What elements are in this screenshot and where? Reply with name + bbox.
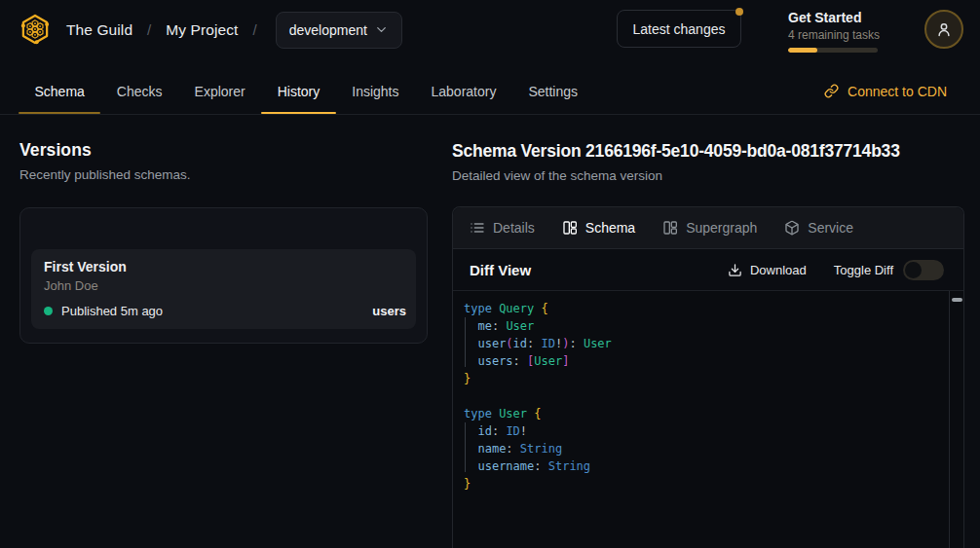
- diff-view-title: Diff View: [470, 262, 531, 278]
- nav-tab-label: History: [278, 84, 320, 99]
- published-status-dot: [44, 307, 53, 315]
- notification-dot: [735, 8, 743, 16]
- version-detail-card: DetailsSchemaSupergraphService Diff View…: [452, 206, 964, 548]
- nav-tabs: SchemaChecksExplorerHistoryInsightsLabor…: [19, 68, 594, 114]
- app-window: The Guild / My Project / development Lat…: [0, 0, 980, 548]
- version-service-name: users: [372, 304, 406, 318]
- indent-guide: [465, 317, 466, 367]
- breadcrumb: The Guild / My Project / development: [66, 0, 402, 59]
- nav-tab-label: Explorer: [195, 84, 245, 99]
- code-line: }: [464, 370, 944, 387]
- nav-tab-laboratory[interactable]: Laboratory: [415, 68, 512, 114]
- download-icon: [728, 263, 742, 277]
- code-line: user(id: ID!): User: [464, 335, 944, 352]
- versions-list: First VersionJohn DoePublished 5m agouse…: [31, 249, 416, 329]
- top-header: The Guild / My Project / development Lat…: [0, 0, 980, 59]
- target-select-value: development: [289, 22, 367, 38]
- code-scrollbar[interactable]: [949, 291, 963, 548]
- version-detail-subtitle: Detailed view of the schema version: [452, 168, 964, 183]
- link-icon: [824, 84, 839, 98]
- person-icon: [935, 20, 953, 38]
- detail-tab-label: Schema: [585, 220, 635, 236]
- code-line: name: String: [464, 440, 944, 457]
- versions-list-card: First VersionJohn DoePublished 5m agouse…: [19, 207, 428, 344]
- detail-tab-label: Details: [493, 220, 535, 236]
- target-select[interactable]: development: [276, 12, 402, 49]
- versions-subtitle: Recently published schemas.: [19, 167, 428, 182]
- latest-changes-button[interactable]: Latest changes: [617, 10, 741, 48]
- detail-tab-supergraph[interactable]: Supergraph: [662, 220, 757, 236]
- versions-panel: Versions Recently published schemas. Fir…: [19, 115, 428, 344]
- nav-tab-underline: [261, 112, 336, 115]
- switch-knob: [905, 262, 922, 278]
- nav-tab-schema[interactable]: Schema: [19, 68, 100, 114]
- toggle-diff-switch[interactable]: [903, 260, 944, 280]
- code-line: username: String: [464, 457, 944, 475]
- list-icon: [470, 220, 485, 236]
- nav-tab-label: Insights: [352, 84, 398, 99]
- code-line: me: User: [464, 317, 944, 335]
- connect-to-cdn-label: Connect to CDN: [848, 84, 947, 99]
- code-line: id: ID!: [464, 422, 944, 440]
- detail-tab-label: Supergraph: [686, 220, 757, 236]
- detail-tab-label: Service: [808, 220, 853, 236]
- diff-view-actions: Download Toggle Diff: [728, 260, 944, 280]
- package-icon: [784, 220, 800, 236]
- version-detail-tabs: DetailsSchemaSupergraphService: [453, 207, 963, 249]
- nav-tab-checks[interactable]: Checks: [100, 68, 178, 114]
- version-author: John Doe: [44, 278, 406, 293]
- panels-icon: [562, 220, 578, 236]
- version-list-item[interactable]: First VersionJohn DoePublished 5m agouse…: [31, 249, 416, 329]
- breadcrumb-org[interactable]: The Guild: [66, 21, 132, 39]
- toggle-diff-label: Toggle Diff: [834, 263, 893, 277]
- code-line: }: [464, 475, 944, 493]
- schema-code-viewer[interactable]: type Query { me: User user(id: ID!): Use…: [453, 291, 963, 548]
- get-started-title: Get Started: [788, 10, 878, 25]
- user-avatar-button[interactable]: [924, 10, 963, 49]
- nav-tab-explorer[interactable]: Explorer: [178, 68, 261, 114]
- code-line: [464, 387, 944, 405]
- download-label: Download: [750, 263, 807, 277]
- version-detail-panel: Schema Version 2166196f-5e10-4059-bd0a-0…: [452, 115, 964, 548]
- nav-tab-label: Schema: [35, 84, 85, 99]
- project-nav: SchemaChecksExplorerHistoryInsightsLabor…: [0, 59, 980, 115]
- version-name: First Version: [44, 259, 406, 275]
- nav-tab-label: Checks: [117, 84, 163, 99]
- download-button[interactable]: Download: [728, 263, 807, 277]
- chevron-down-icon: [374, 22, 389, 37]
- code-lines: type Query { me: User user(id: ID!): Use…: [464, 300, 944, 493]
- version-detail-title: Schema Version 2166196f-5e10-4059-bd0a-0…: [452, 141, 964, 162]
- detail-tab-schema[interactable]: Schema: [562, 220, 635, 236]
- version-status-text: Published 5m ago: [61, 304, 163, 318]
- get-started-progressbar: [788, 48, 878, 53]
- nav-tab-label: Laboratory: [432, 84, 497, 99]
- panels-icon: [662, 220, 678, 236]
- indent-guide: [465, 422, 466, 472]
- nav-tab-underline: [19, 112, 100, 115]
- detail-tab-details[interactable]: Details: [470, 220, 535, 236]
- nav-tab-label: Settings: [528, 84, 578, 99]
- code-line: type Query {: [464, 300, 944, 317]
- breadcrumb-separator: /: [147, 21, 151, 38]
- detail-tab-service[interactable]: Service: [784, 220, 853, 236]
- nav-tab-settings[interactable]: Settings: [512, 68, 594, 114]
- guild-hive-logo[interactable]: [19, 13, 52, 46]
- version-status-row: Published 5m agousers: [44, 304, 406, 318]
- nav-tab-insights[interactable]: Insights: [336, 68, 415, 114]
- diff-view-toolbar: Diff View Download Toggle Diff: [453, 249, 963, 291]
- code-line: type User {: [464, 405, 944, 422]
- code-line: users: [User]: [464, 352, 944, 370]
- get-started-progress-fill: [788, 48, 817, 53]
- get-started-widget[interactable]: Get Started 4 remaining tasks: [788, 10, 878, 53]
- breadcrumb-separator: /: [253, 21, 257, 38]
- breadcrumb-project[interactable]: My Project: [166, 21, 238, 39]
- scrollbar-thumb[interactable]: [952, 298, 962, 302]
- get-started-subtitle: 4 remaining tasks: [788, 28, 878, 42]
- nav-tab-history[interactable]: History: [261, 68, 336, 114]
- versions-title: Versions: [19, 140, 428, 161]
- connect-to-cdn-link[interactable]: Connect to CDN: [824, 68, 947, 114]
